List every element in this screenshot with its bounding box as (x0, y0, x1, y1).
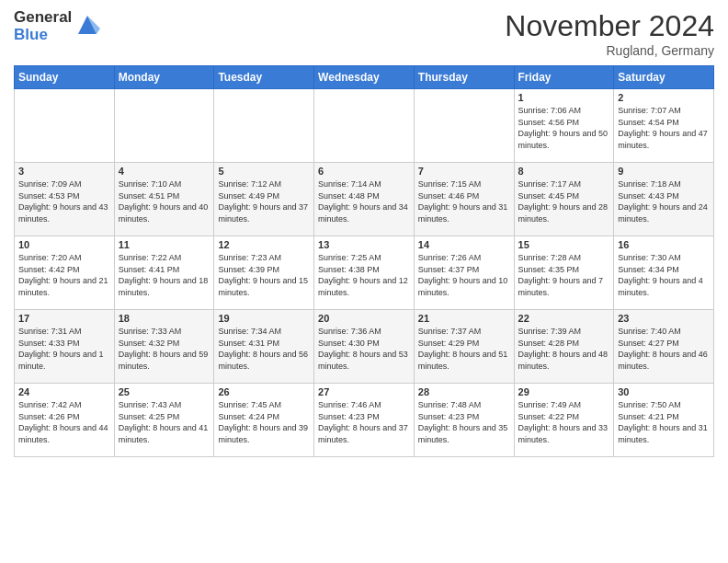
header-friday: Friday (514, 66, 614, 89)
day-info: Sunrise: 7:20 AM Sunset: 4:42 PM Dayligh… (18, 252, 110, 298)
day-info: Sunrise: 7:17 AM Sunset: 4:45 PM Dayligh… (518, 178, 610, 224)
location: Rugland, Germany (505, 43, 714, 58)
table-row: 26Sunrise: 7:45 AM Sunset: 4:24 PM Dayli… (214, 384, 314, 457)
day-info: Sunrise: 7:43 AM Sunset: 4:25 PM Dayligh… (119, 399, 210, 445)
day-info: Sunrise: 7:37 AM Sunset: 4:29 PM Dayligh… (418, 326, 510, 372)
day-number: 10 (18, 239, 110, 250)
header-saturday: Saturday (614, 66, 714, 89)
table-row: 28Sunrise: 7:48 AM Sunset: 4:23 PM Dayli… (414, 384, 514, 457)
day-number: 20 (318, 313, 410, 324)
day-info: Sunrise: 7:12 AM Sunset: 4:49 PM Dayligh… (218, 178, 310, 224)
day-info: Sunrise: 7:48 AM Sunset: 4:23 PM Dayligh… (418, 399, 510, 445)
table-row: 27Sunrise: 7:46 AM Sunset: 4:23 PM Dayli… (314, 384, 415, 457)
day-number: 5 (218, 166, 310, 177)
table-row: 7Sunrise: 7:15 AM Sunset: 4:46 PM Daylig… (414, 163, 514, 236)
day-number: 13 (318, 239, 410, 250)
day-info: Sunrise: 7:09 AM Sunset: 4:53 PM Dayligh… (18, 178, 110, 224)
header-thursday: Thursday (414, 66, 514, 89)
day-info: Sunrise: 7:45 AM Sunset: 4:24 PM Dayligh… (218, 399, 310, 445)
day-info: Sunrise: 7:50 AM Sunset: 4:21 PM Dayligh… (618, 399, 710, 445)
table-row: 24Sunrise: 7:42 AM Sunset: 4:26 PM Dayli… (15, 384, 115, 457)
day-number: 4 (119, 166, 210, 177)
table-row: 11Sunrise: 7:22 AM Sunset: 4:41 PM Dayli… (114, 236, 214, 310)
table-row: 15Sunrise: 7:28 AM Sunset: 4:35 PM Dayli… (514, 236, 614, 310)
day-number: 3 (18, 166, 110, 177)
day-number: 26 (218, 386, 310, 397)
day-number: 8 (518, 166, 610, 177)
table-row: 20Sunrise: 7:36 AM Sunset: 4:30 PM Dayli… (314, 310, 415, 384)
day-number: 24 (18, 386, 110, 397)
day-number: 29 (518, 386, 610, 397)
table-row: 19Sunrise: 7:34 AM Sunset: 4:31 PM Dayli… (214, 310, 314, 384)
day-number: 15 (518, 239, 610, 250)
table-row: 6Sunrise: 7:14 AM Sunset: 4:48 PM Daylig… (314, 163, 415, 236)
logo-general: General (14, 9, 72, 27)
table-row (214, 89, 314, 163)
day-number: 18 (119, 313, 210, 324)
day-info: Sunrise: 7:10 AM Sunset: 4:51 PM Dayligh… (119, 178, 210, 224)
table-row: 12Sunrise: 7:23 AM Sunset: 4:39 PM Dayli… (214, 236, 314, 310)
table-row (314, 89, 415, 163)
table-row: 4Sunrise: 7:10 AM Sunset: 4:51 PM Daylig… (114, 163, 214, 236)
table-row: 1Sunrise: 7:06 AM Sunset: 4:56 PM Daylig… (514, 89, 614, 163)
day-info: Sunrise: 7:46 AM Sunset: 4:23 PM Dayligh… (318, 399, 410, 445)
logo-blue: Blue (14, 27, 72, 44)
day-info: Sunrise: 7:33 AM Sunset: 4:32 PM Dayligh… (119, 326, 210, 372)
day-info: Sunrise: 7:22 AM Sunset: 4:41 PM Dayligh… (119, 252, 210, 298)
table-row: 13Sunrise: 7:25 AM Sunset: 4:38 PM Dayli… (314, 236, 415, 310)
day-number: 12 (218, 239, 310, 250)
header-wednesday: Wednesday (314, 66, 415, 89)
day-info: Sunrise: 7:40 AM Sunset: 4:27 PM Dayligh… (618, 326, 710, 372)
day-info: Sunrise: 7:07 AM Sunset: 4:54 PM Dayligh… (618, 105, 710, 151)
day-number: 19 (218, 313, 310, 324)
day-number: 16 (618, 239, 710, 250)
table-row: 21Sunrise: 7:37 AM Sunset: 4:29 PM Dayli… (414, 310, 514, 384)
table-row: 17Sunrise: 7:31 AM Sunset: 4:33 PM Dayli… (15, 310, 115, 384)
table-row (414, 89, 514, 163)
day-info: Sunrise: 7:26 AM Sunset: 4:37 PM Dayligh… (418, 252, 510, 298)
day-number: 9 (618, 166, 710, 177)
day-number: 14 (418, 239, 510, 250)
table-row: 8Sunrise: 7:17 AM Sunset: 4:45 PM Daylig… (514, 163, 614, 236)
day-number: 2 (618, 92, 710, 103)
table-row: 10Sunrise: 7:20 AM Sunset: 4:42 PM Dayli… (15, 236, 115, 310)
table-row: 5Sunrise: 7:12 AM Sunset: 4:49 PM Daylig… (214, 163, 314, 236)
table-row: 22Sunrise: 7:39 AM Sunset: 4:28 PM Dayli… (514, 310, 614, 384)
header: General Blue November 2024 Rugland, Germ… (14, 9, 714, 58)
month-title: November 2024 (505, 9, 714, 43)
day-info: Sunrise: 7:15 AM Sunset: 4:46 PM Dayligh… (418, 178, 510, 224)
table-row: 14Sunrise: 7:26 AM Sunset: 4:37 PM Dayli… (414, 236, 514, 310)
logo-icon (74, 12, 100, 38)
day-info: Sunrise: 7:25 AM Sunset: 4:38 PM Dayligh… (318, 252, 410, 298)
table-row: 30Sunrise: 7:50 AM Sunset: 4:21 PM Dayli… (614, 384, 714, 457)
table-row: 29Sunrise: 7:49 AM Sunset: 4:22 PM Dayli… (514, 384, 614, 457)
day-info: Sunrise: 7:34 AM Sunset: 4:31 PM Dayligh… (218, 326, 310, 372)
day-number: 30 (618, 386, 710, 397)
table-row (15, 89, 115, 163)
day-number: 25 (119, 386, 210, 397)
day-info: Sunrise: 7:23 AM Sunset: 4:39 PM Dayligh… (218, 252, 310, 298)
day-info: Sunrise: 7:31 AM Sunset: 4:33 PM Dayligh… (18, 326, 110, 372)
table-row: 16Sunrise: 7:30 AM Sunset: 4:34 PM Dayli… (614, 236, 714, 310)
calendar-header: Sunday Monday Tuesday Wednesday Thursday… (15, 66, 714, 89)
day-info: Sunrise: 7:42 AM Sunset: 4:26 PM Dayligh… (18, 399, 110, 445)
table-row: 25Sunrise: 7:43 AM Sunset: 4:25 PM Dayli… (114, 384, 214, 457)
day-number: 27 (318, 386, 410, 397)
day-number: 22 (518, 313, 610, 324)
day-info: Sunrise: 7:30 AM Sunset: 4:34 PM Dayligh… (618, 252, 710, 298)
page-container: General Blue November 2024 Rugland, Germ… (0, 0, 728, 466)
table-row (114, 89, 214, 163)
logo: General Blue (14, 9, 100, 43)
header-sunday: Sunday (15, 66, 115, 89)
day-number: 11 (119, 239, 210, 250)
day-info: Sunrise: 7:49 AM Sunset: 4:22 PM Dayligh… (518, 399, 610, 445)
header-tuesday: Tuesday (214, 66, 314, 89)
table-row: 23Sunrise: 7:40 AM Sunset: 4:27 PM Dayli… (614, 310, 714, 384)
day-info: Sunrise: 7:18 AM Sunset: 4:43 PM Dayligh… (618, 178, 710, 224)
table-row: 18Sunrise: 7:33 AM Sunset: 4:32 PM Dayli… (114, 310, 214, 384)
table-row: 9Sunrise: 7:18 AM Sunset: 4:43 PM Daylig… (614, 163, 714, 236)
day-info: Sunrise: 7:39 AM Sunset: 4:28 PM Dayligh… (518, 326, 610, 372)
calendar-body: 1Sunrise: 7:06 AM Sunset: 4:56 PM Daylig… (15, 89, 714, 457)
day-info: Sunrise: 7:06 AM Sunset: 4:56 PM Dayligh… (518, 105, 610, 151)
day-number: 6 (318, 166, 410, 177)
